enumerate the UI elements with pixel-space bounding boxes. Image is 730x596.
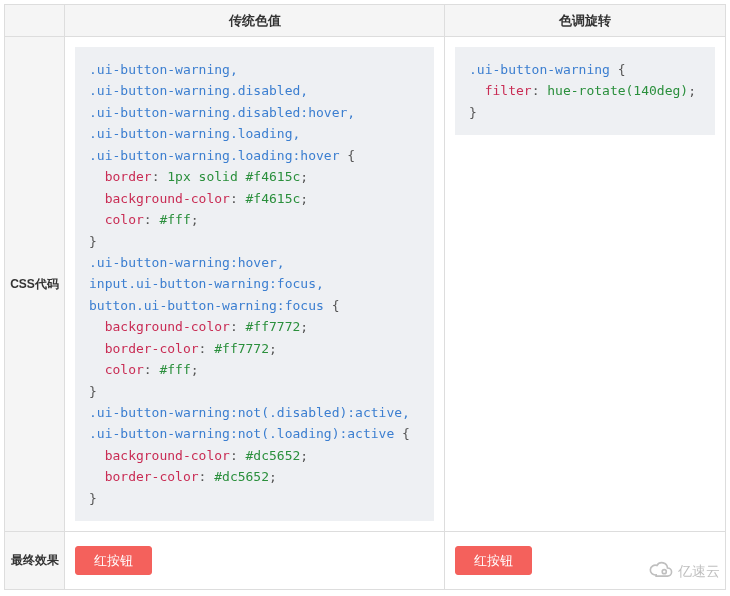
row-label-result: 最终效果 bbox=[5, 532, 65, 590]
header-blank bbox=[5, 5, 65, 37]
header-traditional: 传统色值 bbox=[65, 5, 445, 37]
red-button-hue-rotate[interactable]: 红按钮 bbox=[455, 546, 532, 575]
cell-css-hue-rotate: .ui-button-warning { filter: hue-rotate(… bbox=[445, 37, 726, 532]
header-hue-rotate: 色调旋转 bbox=[445, 5, 726, 37]
code-block-traditional: .ui-button-warning, .ui-button-warning.d… bbox=[75, 47, 434, 521]
code-block-hue-rotate: .ui-button-warning { filter: hue-rotate(… bbox=[455, 47, 715, 135]
cell-css-traditional: .ui-button-warning, .ui-button-warning.d… bbox=[65, 37, 445, 532]
comparison-table: 传统色值 色调旋转 CSS代码 .ui-button-warning, .ui-… bbox=[4, 4, 726, 590]
row-label-css: CSS代码 bbox=[5, 37, 65, 532]
red-button-traditional[interactable]: 红按钮 bbox=[75, 546, 152, 575]
cell-result-hue-rotate: 红按钮 bbox=[445, 532, 726, 590]
cell-result-traditional: 红按钮 bbox=[65, 532, 445, 590]
